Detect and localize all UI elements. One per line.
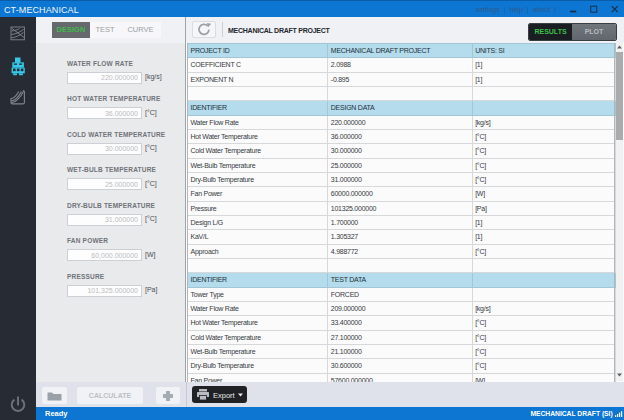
svg-text:Export: Export [213,391,236,400]
